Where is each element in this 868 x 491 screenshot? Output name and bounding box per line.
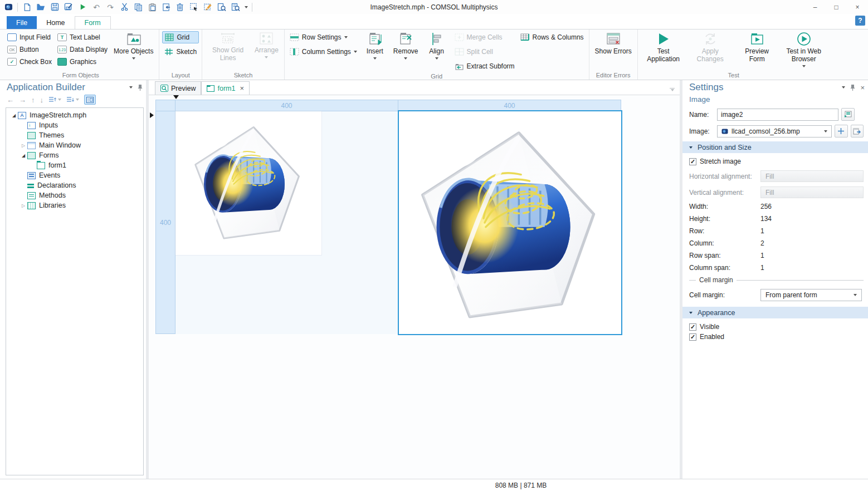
- input-field-button[interactable]: Input Field: [5, 31, 54, 43]
- enabled-checkbox[interactable]: [689, 333, 696, 341]
- new-file-button[interactable]: [22, 2, 32, 12]
- image-select[interactable]: llcad_comsol_256.bmp: [717, 125, 832, 138]
- tree-item-imagestretch-mph[interactable]: ◢ImageStretch.mph: [6, 110, 143, 120]
- button-button[interactable]: OKButton: [5, 43, 54, 56]
- expander-icon[interactable]: ◢: [11, 113, 17, 118]
- open-file-button[interactable]: [36, 2, 46, 12]
- tree-item-inputs[interactable]: Inputs: [6, 120, 143, 130]
- stretch-image-checkbox[interactable]: [689, 158, 696, 165]
- move-down-icon[interactable]: ↓: [40, 96, 44, 104]
- nav-back-icon[interactable]: ←: [7, 96, 14, 104]
- merge-cells-button[interactable]: Merge Cells: [452, 31, 517, 43]
- zoom-settings-button[interactable]: [231, 2, 241, 12]
- qat-dropdown-icon[interactable]: [245, 6, 248, 8]
- check-box-button[interactable]: ✓Check Box: [5, 56, 54, 68]
- settings-pin-icon[interactable]: [850, 84, 855, 91]
- tree-item-form1[interactable]: form1: [6, 160, 143, 170]
- model-data-access-toggle[interactable]: [84, 95, 96, 105]
- row-header-1[interactable]: 400: [155, 111, 175, 334]
- grid-cell-1-1[interactable]: [175, 111, 398, 334]
- add-image-button[interactable]: [835, 125, 847, 138]
- tab-file[interactable]: File: [7, 16, 37, 29]
- preview-form-button[interactable]: Preview Form: [734, 30, 780, 63]
- test-in-web-browser-button[interactable]: Test in Web Browser: [781, 30, 827, 67]
- show-grid-lines-button[interactable]: 1.23 Show Grid Lines: [205, 30, 251, 62]
- tree-item-main-window[interactable]: ▷Main Window: [6, 140, 143, 150]
- nav-forward-icon[interactable]: →: [19, 96, 26, 104]
- zoom-doc-button[interactable]: [217, 2, 227, 12]
- cell-margin-select[interactable]: From parent form: [760, 289, 862, 301]
- undo-button[interactable]: ↶: [91, 2, 101, 12]
- tab-home[interactable]: Home: [37, 16, 74, 29]
- maximize-button[interactable]: □: [826, 1, 847, 14]
- expander-icon[interactable]: ◢: [20, 153, 27, 158]
- more-objects-button[interactable]: More Objects: [111, 30, 156, 60]
- show-errors-button[interactable]: Show Errors: [592, 30, 635, 56]
- cut-button[interactable]: [119, 2, 129, 12]
- clear-selection-button[interactable]: [203, 2, 213, 12]
- form-canvas[interactable]: 400 400 400: [149, 95, 680, 479]
- insert-button[interactable]: Insert: [360, 30, 389, 60]
- tree-item-methods[interactable]: Methods: [6, 190, 143, 200]
- section-appearance[interactable]: Appearance: [682, 307, 868, 318]
- test-application-button[interactable]: Test Application: [641, 30, 686, 63]
- copy-button[interactable]: [133, 2, 143, 12]
- tree-item-libraries[interactable]: ▷Libraries: [6, 200, 143, 210]
- grid-button[interactable]: Grid: [162, 31, 199, 43]
- extract-subform-button[interactable]: Extract Subform: [452, 60, 517, 72]
- tree-item-forms[interactable]: ◢Forms: [6, 150, 143, 160]
- save-as-button[interactable]: [64, 2, 74, 12]
- paste-insert-button[interactable]: [161, 2, 171, 12]
- column-header-1[interactable]: 400: [175, 100, 398, 111]
- export-image-button[interactable]: [851, 125, 864, 138]
- graphics-button[interactable]: Graphics: [55, 56, 110, 68]
- split-cell-button[interactable]: Split Cell: [452, 46, 517, 58]
- apply-changes-button[interactable]: Apply Changes: [687, 30, 733, 63]
- edit-name-button[interactable]: [841, 108, 855, 121]
- help-button[interactable]: ?: [855, 16, 865, 26]
- run-button[interactable]: [77, 2, 87, 12]
- row-settings-button[interactable]: Row Settings: [287, 31, 359, 43]
- data-display-button[interactable]: 1.23Data Display: [55, 43, 110, 56]
- sketch-button[interactable]: Sketch: [162, 46, 199, 58]
- text-label-button[interactable]: TText Label: [55, 31, 110, 43]
- section-position-and-size[interactable]: Position and Size: [682, 141, 868, 153]
- expand-list-button[interactable]: [66, 96, 79, 103]
- grid-corner[interactable]: [155, 100, 175, 111]
- align-button[interactable]: Align: [422, 30, 451, 60]
- save-button[interactable]: [50, 2, 60, 12]
- expander-icon[interactable]: ▷: [20, 143, 27, 148]
- minimize-button[interactable]: –: [804, 1, 826, 14]
- remove-button[interactable]: Remove: [391, 30, 421, 60]
- tree-item-themes[interactable]: Themes: [6, 130, 143, 140]
- visible-checkbox[interactable]: [689, 323, 696, 331]
- grid-cell-1-2-selected[interactable]: [398, 110, 622, 335]
- tree-item-events[interactable]: Events: [6, 170, 143, 180]
- stretch-image-row[interactable]: Stretch image: [689, 158, 864, 165]
- paste-button[interactable]: [147, 2, 157, 12]
- tab-preview[interactable]: Preview: [155, 81, 201, 95]
- tab-form[interactable]: Form: [75, 16, 111, 29]
- image1-object[interactable]: [175, 111, 321, 255]
- close-button[interactable]: ×: [847, 1, 868, 14]
- tree-item-declarations[interactable]: Declarations: [6, 180, 143, 190]
- rows-columns-button[interactable]: Rows & Columns: [518, 31, 586, 43]
- pin-icon[interactable]: [138, 84, 143, 91]
- arrange-button[interactable]: Arrange: [252, 30, 281, 58]
- redo-button[interactable]: ↷: [105, 2, 115, 12]
- name-input[interactable]: [717, 109, 838, 121]
- move-up-icon[interactable]: ↑: [31, 96, 35, 104]
- close-tab-icon[interactable]: ×: [240, 84, 244, 92]
- panel-menu-icon[interactable]: [129, 86, 133, 89]
- select-box-button[interactable]: [189, 2, 199, 12]
- visible-row[interactable]: Visible: [689, 323, 864, 331]
- settings-close-icon[interactable]: ×: [860, 84, 865, 92]
- tab-form1[interactable]: form1 ×: [201, 81, 250, 95]
- delete-button[interactable]: [175, 2, 185, 12]
- enabled-row[interactable]: Enabled: [689, 333, 864, 341]
- tab-overflow-icon[interactable]: [670, 88, 675, 95]
- column-settings-button[interactable]: Column Settings: [287, 46, 359, 58]
- expander-icon[interactable]: ▷: [20, 203, 27, 208]
- collapse-list-button[interactable]: [48, 96, 61, 103]
- settings-menu-icon[interactable]: [842, 86, 845, 89]
